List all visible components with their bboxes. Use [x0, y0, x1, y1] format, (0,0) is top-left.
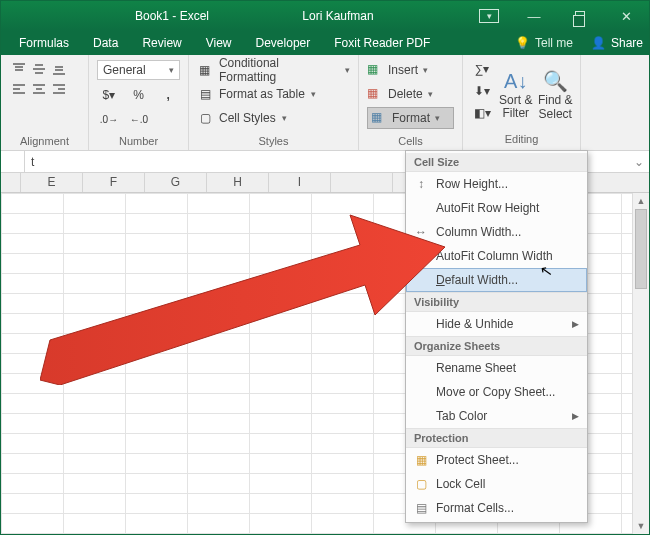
- clear-icon[interactable]: ◧▾: [469, 103, 495, 123]
- tab-foxit[interactable]: Foxit Reader PDF: [322, 31, 442, 55]
- menu-hide-unhide[interactable]: Hide & Unhide▶: [406, 312, 587, 336]
- group-label-alignment: Alignment: [9, 135, 80, 148]
- col-header[interactable]: G: [145, 173, 207, 192]
- cell-styles-button[interactable]: ▢Cell Styles▾: [197, 107, 350, 129]
- menu-label: Move or Copy Sheet...: [436, 385, 555, 399]
- restore-button[interactable]: [565, 10, 595, 22]
- insert-label: Insert: [388, 63, 418, 77]
- percent-icon[interactable]: %: [127, 85, 151, 105]
- menu-section-organize: Organize Sheets: [406, 336, 587, 356]
- menu-format-cells[interactable]: ▤Format Cells...: [406, 496, 587, 520]
- align-top-icon[interactable]: [9, 59, 29, 79]
- lock-icon: ▢: [412, 475, 430, 493]
- menu-tab-color[interactable]: Tab Color▶: [406, 404, 587, 428]
- menu-label: Hide & Unhide: [436, 317, 513, 331]
- insert-button[interactable]: ▦Insert▾: [367, 59, 454, 81]
- number-format-value: General: [103, 63, 146, 77]
- menu-label: Default Width...: [436, 273, 518, 287]
- insert-icon: ▦: [367, 62, 383, 78]
- align-center-icon[interactable]: [29, 79, 49, 99]
- col-width-icon: ↔: [412, 223, 430, 241]
- cond-format-icon: ▦: [197, 62, 213, 78]
- scroll-down-icon[interactable]: ▼: [633, 518, 649, 534]
- close-button[interactable]: ✕: [611, 10, 641, 22]
- find-select-label: Find & Select: [537, 94, 575, 120]
- ribbon: Alignment General▾ $▾ % , .0→ ←.0 Number: [1, 55, 649, 151]
- menu-column-width[interactable]: ↔Column Width...: [406, 220, 587, 244]
- tab-developer[interactable]: Developer: [244, 31, 323, 55]
- tab-review[interactable]: Review: [130, 31, 193, 55]
- col-header[interactable]: F: [83, 173, 145, 192]
- align-left-icon[interactable]: [9, 79, 29, 99]
- number-format-select[interactable]: General▾: [97, 60, 180, 80]
- formula-expand-icon[interactable]: ⌄: [629, 155, 649, 169]
- ribbon-tabstrip: Formulas Data Review View Developer Foxi…: [1, 31, 649, 55]
- format-as-table-button[interactable]: ▤Format as Table▾: [197, 83, 350, 105]
- share-label: Share: [611, 36, 643, 50]
- align-bottom-icon[interactable]: [49, 59, 69, 79]
- menu-move-copy[interactable]: Move or Copy Sheet...: [406, 380, 587, 404]
- find-select-button[interactable]: 🔍 Find & Select: [537, 59, 575, 131]
- group-number: General▾ $▾ % , .0→ ←.0 Number: [89, 55, 189, 150]
- decrease-decimal-icon[interactable]: ←.0: [127, 109, 151, 129]
- col-header[interactable]: H: [207, 173, 269, 192]
- group-cells: ▦Insert▾ ▦Delete▾ ▦Format▾ Cells: [359, 55, 463, 150]
- formula-value[interactable]: t: [25, 155, 40, 169]
- cell-styles-label: Cell Styles: [219, 111, 276, 125]
- fill-icon[interactable]: ⬇▾: [469, 81, 495, 101]
- col-header[interactable]: E: [21, 173, 83, 192]
- menu-row-height[interactable]: ↕Row Height...: [406, 172, 587, 196]
- vertical-scrollbar[interactable]: ▲ ▼: [632, 193, 649, 534]
- group-alignment: Alignment: [1, 55, 89, 150]
- share-button[interactable]: 👤Share: [591, 31, 643, 55]
- autosum-icon[interactable]: ∑▾: [469, 59, 495, 79]
- menu-lock-cell[interactable]: ▢Lock Cell: [406, 472, 587, 496]
- sort-filter-button[interactable]: A↓ Sort & Filter: [497, 59, 535, 131]
- group-editing: ∑▾ ⬇▾ ◧▾ A↓ Sort & Filter 🔍 Find & Selec…: [463, 55, 581, 150]
- menu-protect-sheet[interactable]: ▦Protect Sheet...: [406, 448, 587, 472]
- currency-icon[interactable]: $▾: [97, 85, 121, 105]
- group-styles: ▦Conditional Formatting▾ ▤Format as Tabl…: [189, 55, 359, 150]
- menu-rename-sheet[interactable]: Rename Sheet: [406, 356, 587, 380]
- delete-label: Delete: [388, 87, 423, 101]
- table-label: Format as Table: [219, 87, 305, 101]
- align-right-icon[interactable]: [49, 79, 69, 99]
- conditional-formatting-button[interactable]: ▦Conditional Formatting▾: [197, 59, 350, 81]
- cond-format-label: Conditional Formatting: [219, 56, 339, 84]
- window-title: Book1 - Excel: [43, 9, 209, 23]
- menu-autofit-row[interactable]: AutoFit Row Height: [406, 196, 587, 220]
- group-label-styles: Styles: [197, 135, 350, 148]
- comma-icon[interactable]: ,: [156, 85, 180, 105]
- scroll-up-icon[interactable]: ▲: [633, 193, 649, 209]
- minimize-button[interactable]: —: [519, 10, 549, 22]
- scroll-thumb[interactable]: [635, 209, 647, 289]
- format-icon: ▦: [371, 110, 387, 126]
- group-label-number: Number: [97, 135, 180, 148]
- menu-autofit-column[interactable]: AutoFit Column Width: [406, 244, 587, 268]
- delete-button[interactable]: ▦Delete▾: [367, 83, 454, 105]
- tab-view[interactable]: View: [194, 31, 244, 55]
- submenu-arrow-icon: ▶: [572, 411, 579, 421]
- tell-me[interactable]: 💡Tell me: [515, 31, 573, 55]
- sort-filter-icon: A↓: [504, 70, 527, 93]
- window-user: Lori Kaufman: [209, 9, 467, 23]
- format-button[interactable]: ▦Format▾: [367, 107, 454, 129]
- menu-label: AutoFit Row Height: [436, 201, 539, 215]
- sort-filter-label: Sort & Filter: [497, 94, 535, 120]
- align-middle-icon[interactable]: [29, 59, 49, 79]
- table-icon: ▤: [197, 86, 213, 102]
- tab-formulas[interactable]: Formulas: [7, 31, 81, 55]
- menu-default-width[interactable]: Default Width...: [406, 268, 587, 292]
- col-header[interactable]: [331, 173, 393, 192]
- protect-icon: ▦: [412, 451, 430, 469]
- menu-label: Lock Cell: [436, 477, 485, 491]
- submenu-arrow-icon: ▶: [572, 319, 579, 329]
- menu-label: Row Height...: [436, 177, 508, 191]
- col-header[interactable]: I: [269, 173, 331, 192]
- format-menu: Cell Size ↕Row Height... AutoFit Row Hei…: [405, 150, 588, 523]
- cell-styles-icon: ▢: [197, 110, 213, 126]
- share-icon: 👤: [591, 36, 606, 50]
- tab-data[interactable]: Data: [81, 31, 130, 55]
- ribbon-options-icon[interactable]: ▾: [479, 9, 499, 23]
- increase-decimal-icon[interactable]: .0→: [97, 109, 121, 129]
